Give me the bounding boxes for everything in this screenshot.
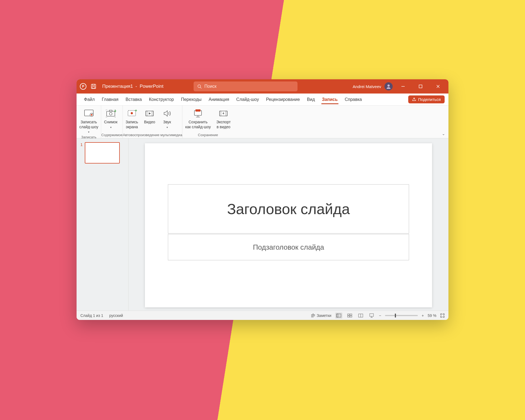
close-button[interactable] [431,79,445,94]
search-box[interactable] [194,81,298,91]
save-as-slideshow-button[interactable]: Сохранить как слайд-шоу [182,107,214,132]
svg-text:+: + [114,109,116,113]
tab-slideshow[interactable]: Слайд-шоу [233,94,262,105]
tab-view[interactable]: Вид [304,94,319,105]
document-title: Презентация1 - PowerPoint [102,84,164,89]
zoom-level[interactable]: 59 % [428,313,436,318]
search-icon [197,84,202,89]
ribbon-group-label: Записать [77,134,101,140]
search-input[interactable] [204,84,293,89]
svg-rect-40 [350,316,352,317]
ribbon-group-label: Сохранение [182,132,233,138]
ribbon-group-media: + Запись экрана Видео [123,106,182,138]
svg-rect-25 [196,109,200,112]
slide-subtitle-placeholder[interactable]: Подзаголовок слайда [168,234,409,260]
ribbon-group-label: Автовоспроизведение мультимедиа [123,132,182,138]
fit-icon [440,313,445,318]
svg-rect-14 [109,110,112,112]
titlebar: P Презентация1 - PowerPoint Andrei Matve… [77,79,448,94]
audio-button[interactable]: Звук ▾ [158,107,176,132]
save-slideshow-icon [193,109,203,118]
svg-point-18 [131,112,133,114]
video-icon [145,109,154,118]
app-window: P Презентация1 - PowerPoint Andrei Matve… [77,79,448,320]
slide-title-placeholder[interactable]: Заголовок слайда [168,184,409,234]
tab-animation[interactable]: Анимация [205,94,233,105]
svg-rect-35 [337,314,341,317]
ribbon-group-save: Сохранить как слайд-шоу Экспорт в видео … [182,106,233,138]
collapse-ribbon-button[interactable]: ⌄ [442,132,445,136]
tab-help[interactable]: Справка [341,94,366,105]
svg-rect-39 [348,316,349,317]
svg-rect-43 [370,314,374,316]
tab-transitions[interactable]: Переходы [177,94,205,105]
svg-rect-46 [441,314,444,317]
ribbon-tabs: Файл Главная Вставка Конструктор Переход… [77,94,448,106]
svg-text:+: + [135,109,137,113]
svg-rect-13 [107,111,115,116]
zoom-in-button[interactable]: + [422,313,424,318]
export-video-button[interactable]: Экспорт в видео [214,107,234,132]
ribbon-group-content: + Снимок ▾ Содержимое [101,106,123,138]
slide[interactable]: Заголовок слайда Подзаголовок слайда [145,143,432,307]
language-indicator[interactable]: русский [109,313,123,318]
user-name[interactable]: Andrei Matveev [353,84,381,89]
reading-view-button[interactable] [357,313,364,319]
svg-rect-7 [419,85,422,88]
tab-insert[interactable]: Вставка [122,94,145,105]
notes-button[interactable]: Заметки [311,313,331,318]
tab-record[interactable]: Запись [319,94,341,105]
slide-counter: Слайд 1 из 1 [80,313,103,318]
minimize-button[interactable] [396,79,410,94]
slide-canvas-area[interactable]: Заголовок слайда Подзаголовок слайда [129,138,448,311]
svg-point-12 [91,114,92,116]
share-icon [412,97,416,101]
fit-to-window-button[interactable] [440,313,445,318]
svg-rect-36 [337,314,338,317]
status-bar: Слайд 1 из 1 русский Заметки − + 59 % [77,311,448,320]
svg-marker-34 [313,314,314,314]
maximize-button[interactable] [413,79,428,94]
tab-file[interactable]: Файл [80,94,98,105]
chevron-down-icon: ▾ [88,130,89,134]
slide-thumbnail-panel[interactable]: 1 [77,138,129,311]
svg-rect-37 [348,314,349,315]
user-avatar[interactable] [384,82,393,91]
tab-design[interactable]: Конструктор [145,94,177,105]
share-button[interactable]: Поделиться [408,95,445,103]
svg-rect-1 [92,84,95,86]
export-video-icon [218,109,228,118]
svg-line-4 [200,87,202,88]
thumbnail-number: 1 [80,142,83,147]
zoom-out-button[interactable]: − [379,313,381,318]
svg-point-3 [198,85,200,88]
tab-review[interactable]: Рецензирование [262,94,304,105]
ribbon-group-label: Содержимое [101,132,122,138]
speaker-icon [162,109,172,118]
save-button[interactable] [91,84,96,89]
notes-icon [311,314,315,317]
screenshot-button[interactable]: + Снимок ▾ [101,107,120,132]
camera-icon: + [105,109,116,118]
chevron-down-icon: ▾ [110,126,112,129]
screen-record-button[interactable]: + Запись экрана [123,107,141,132]
record-slideshow-icon [83,109,94,118]
sorter-view-button[interactable] [346,313,353,319]
app-logo-icon: P [80,83,86,90]
svg-point-5 [387,84,390,87]
thumbnail-row[interactable]: 1 [80,142,124,164]
svg-rect-38 [350,314,352,315]
slideshow-view-button[interactable] [368,313,375,319]
video-button[interactable]: Видео [141,107,158,132]
svg-rect-2 [92,87,95,88]
slide-thumbnail[interactable] [85,142,120,164]
ribbon-group-record: Записать слайд-шоу ▾ Записать [77,106,101,138]
chevron-down-icon: ▾ [167,126,168,129]
record-slideshow-button[interactable]: Записать слайд-шоу ▾ [77,107,101,134]
normal-view-button[interactable] [335,313,342,319]
workspace: 1 Заголовок слайда Подзаголовок слайда [77,138,448,311]
ribbon: Записать слайд-шоу ▾ Записать + [77,106,448,138]
screen-record-icon: + [127,109,137,118]
tab-home[interactable]: Главная [98,94,122,105]
zoom-slider[interactable] [385,315,418,316]
